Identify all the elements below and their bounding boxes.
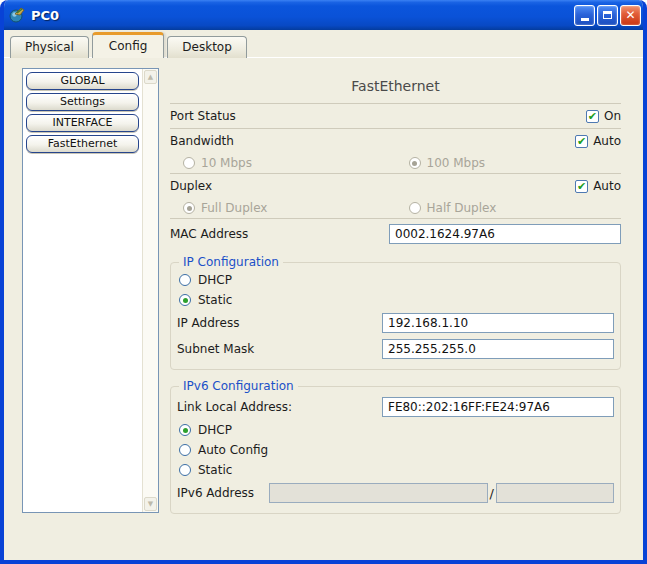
app-icon	[8, 6, 26, 24]
bandwidth-auto-checkbox[interactable]: ✔	[575, 135, 588, 148]
ipv6-address-label: IPv6 Address	[177, 486, 269, 500]
radio-100mbps	[409, 157, 421, 169]
bandwidth-auto-label[interactable]: Auto	[593, 134, 621, 148]
radio-half-duplex-label: Half Duplex	[427, 201, 497, 215]
check-icon: ✔	[588, 111, 597, 122]
radio-ipv6-static-label[interactable]: Static	[198, 463, 232, 477]
subnet-mask-label: Subnet Mask	[177, 342, 382, 356]
window-controls: ✕	[574, 5, 641, 26]
mac-address-row: MAC Address	[170, 219, 621, 249]
radio-10mbps	[183, 157, 195, 169]
duplex-auto-checkbox[interactable]: ✔	[575, 180, 588, 193]
window-title: PC0	[31, 8, 574, 23]
maximize-button[interactable]	[597, 5, 618, 26]
link-local-row: Link Local Address:	[177, 394, 614, 420]
radio-ip-dhcp[interactable]	[179, 274, 191, 286]
radio-full-duplex	[183, 202, 195, 214]
ipv6-autoconfig-option: Auto Config	[177, 440, 614, 460]
tab-config[interactable]: Config	[92, 32, 165, 59]
panel-title: FastEthernet	[170, 58, 621, 103]
ip-configuration-title: IP Configuration	[179, 255, 283, 269]
ipv6-prefix-input	[496, 483, 614, 503]
check-icon: ✔	[577, 181, 586, 192]
ip-address-input[interactable]	[382, 313, 614, 333]
radio-ipv6-static[interactable]	[179, 464, 191, 476]
titlebar: PC0 ✕	[0, 0, 647, 30]
bandwidth-label: Bandwidth	[170, 134, 575, 148]
ip-static-option: Static	[177, 290, 614, 310]
link-local-label: Link Local Address:	[177, 400, 382, 414]
close-icon: ✕	[625, 8, 635, 22]
radio-ipv6-autoconfig[interactable]	[179, 444, 191, 456]
radio-ipv6-dhcp[interactable]	[179, 424, 191, 436]
port-status-checkbox[interactable]: ✔	[586, 110, 599, 123]
tab-physical[interactable]: Physical	[10, 36, 89, 58]
tab-desktop[interactable]: Desktop	[167, 36, 247, 58]
ip-address-row: IP Address	[177, 310, 614, 336]
sidebar-list: GLOBAL Settings INTERFACE FastEthernet ▲…	[22, 68, 159, 513]
sidebar-item-fastethernet[interactable]: FastEthernet	[26, 135, 139, 153]
ipv6-dhcp-option: DHCP	[177, 420, 614, 440]
duplex-options: Full Duplex Half Duplex	[170, 198, 621, 218]
interface-panel: FastEthernet Port Status ✔ On Bandwidth …	[170, 58, 621, 514]
radio-ipv6-dhcp-label[interactable]: DHCP	[198, 423, 232, 437]
close-button[interactable]: ✕	[620, 5, 641, 26]
port-status-label: Port Status	[170, 109, 586, 123]
port-status-checkbox-label[interactable]: On	[604, 109, 621, 123]
tab-bar: Physical Config Desktop	[4, 30, 643, 58]
ipv6-static-option: Static	[177, 460, 614, 480]
minimize-button[interactable]	[574, 5, 595, 26]
bandwidth-options: 10 Mbps 100 Mbps	[170, 153, 621, 173]
mac-address-label: MAC Address	[170, 227, 389, 241]
duplex-row: Duplex ✔ Auto	[170, 174, 621, 198]
ip-address-label: IP Address	[177, 316, 382, 330]
port-status-row: Port Status ✔ On	[170, 104, 621, 128]
scroll-up-icon[interactable]: ▲	[144, 70, 157, 84]
radio-ip-static-label[interactable]: Static	[198, 293, 232, 307]
mac-address-input[interactable]	[389, 224, 621, 244]
radio-ip-static[interactable]	[179, 294, 191, 306]
link-local-input[interactable]	[382, 397, 614, 417]
ipv6-configuration-group: IPv6 Configuration Link Local Address: D…	[170, 379, 621, 514]
sidebar-scrollbar[interactable]: ▲ ▼	[142, 69, 158, 512]
radio-ip-dhcp-label[interactable]: DHCP	[198, 273, 232, 287]
ipv6-address-row: IPv6 Address /	[177, 480, 614, 506]
maximize-icon	[603, 11, 612, 19]
subnet-mask-row: Subnet Mask	[177, 336, 614, 362]
radio-100mbps-label: 100 Mbps	[427, 156, 486, 170]
ip-configuration-group: IP Configuration DHCP Static IP Address …	[170, 255, 621, 370]
subnet-mask-input[interactable]	[382, 339, 614, 359]
radio-full-duplex-label: Full Duplex	[201, 201, 267, 215]
scroll-down-icon[interactable]: ▼	[144, 497, 157, 511]
radio-ipv6-autoconfig-label[interactable]: Auto Config	[198, 443, 268, 457]
check-icon: ✔	[577, 136, 586, 147]
radio-10mbps-label: 10 Mbps	[201, 156, 252, 170]
bandwidth-row: Bandwidth ✔ Auto	[170, 129, 621, 153]
sidebar-item-interface[interactable]: INTERFACE	[26, 114, 139, 132]
sidebar-item-global[interactable]: GLOBAL	[26, 72, 139, 90]
duplex-auto-label[interactable]: Auto	[593, 179, 621, 193]
ip-dhcp-option: DHCP	[177, 270, 614, 290]
sidebar-item-settings[interactable]: Settings	[26, 93, 139, 111]
minimize-icon	[581, 18, 589, 21]
ipv6-address-input	[269, 483, 488, 503]
ipv6-configuration-title: IPv6 Configuration	[179, 379, 298, 393]
duplex-label: Duplex	[170, 179, 575, 193]
pc0-config-window: PC0 ✕ Physical Config Desktop GLOBAL Set…	[0, 0, 647, 564]
ipv6-prefix-separator: /	[488, 486, 496, 501]
radio-half-duplex	[409, 202, 421, 214]
config-content: GLOBAL Settings INTERFACE FastEthernet ▲…	[4, 58, 643, 560]
